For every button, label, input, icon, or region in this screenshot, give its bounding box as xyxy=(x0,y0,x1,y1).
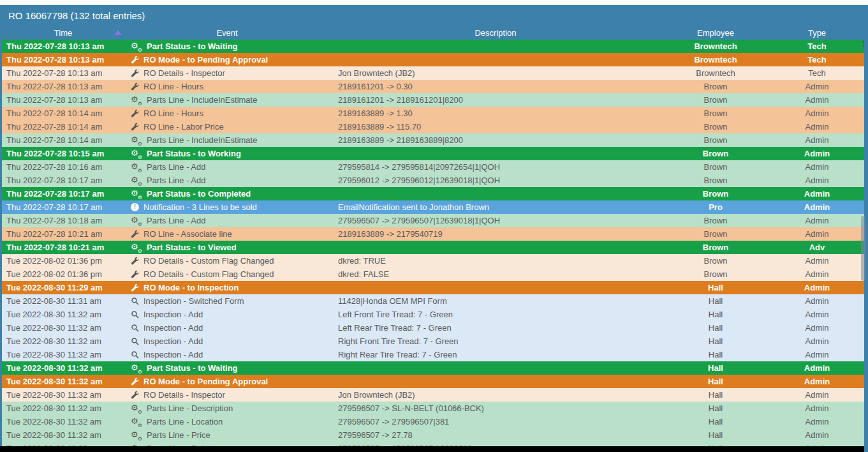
table-row: Thu 2022-07-28 10:13 am⚙⚙Parts Line - In… xyxy=(2,93,864,107)
type-cell: Admin xyxy=(770,202,864,212)
search-icon xyxy=(131,310,139,319)
description-cell: dkred: TRUE xyxy=(330,256,661,266)
time-cell: Tue 2022-08-30 11:32 am xyxy=(2,336,124,346)
table-row: Tue 2022-08-02 01:36 pmRO Details - Cust… xyxy=(2,267,864,281)
type-cell: Adv xyxy=(770,243,864,252)
table-row: Thu 2022-07-28 10:21 amRO Line - Associa… xyxy=(2,227,864,241)
cogs-icon: ⚙⚙ xyxy=(131,403,142,414)
employee-cell: Brown xyxy=(661,162,770,172)
description-cell: 2189163889 -> 1.30 xyxy=(330,109,661,118)
type-cell: Admin xyxy=(770,135,864,145)
description-cell: 2189163889 -> 115.70 xyxy=(330,122,661,132)
description-cell: 2189161201 -> 2189161201|8200 xyxy=(330,95,661,105)
type-cell: Admin xyxy=(770,377,864,386)
search-icon xyxy=(131,324,139,332)
type-cell: Admin xyxy=(770,162,864,172)
event-label: Inspection - Add xyxy=(143,310,203,319)
description-cell: Right Front Tire Tread: 7 - Green xyxy=(330,336,661,346)
scrollbar-thumb[interactable] xyxy=(861,216,865,281)
employee-cell: Brown xyxy=(661,135,770,145)
time-cell: Tue 2022-08-30 11:32 am xyxy=(2,350,124,359)
search-icon xyxy=(131,297,139,305)
time-cell: Thu 2022-07-28 10:17 am xyxy=(2,189,124,199)
event-label: RO Mode - to Pending Approval xyxy=(143,55,268,64)
cogs-icon: ⚙⚙ xyxy=(131,95,142,105)
event-cell: RO Mode - to Pending Approval xyxy=(124,55,330,64)
employee-cell: Hall xyxy=(661,283,770,292)
event-cell: RO Line - Labor Price xyxy=(124,122,330,132)
type-cell: Admin xyxy=(770,310,864,319)
description-cell: Jon Browntech (JB2) xyxy=(330,68,661,78)
event-label: Parts Line - IncludeInEstimate xyxy=(147,135,257,145)
table-row: Tue 2022-08-30 11:32 amInspection - AddR… xyxy=(2,348,864,361)
time-cell: Thu 2022-07-28 10:13 am xyxy=(2,82,124,91)
time-cell: Thu 2022-07-28 10:14 am xyxy=(2,122,124,132)
description-cell: 2189163889 -> 2179540719 xyxy=(330,229,661,239)
table-row: Thu 2022-07-28 10:13 am⚙⚙Part Status - t… xyxy=(2,40,864,53)
employee-cell: Hall xyxy=(661,363,770,373)
type-cell: Admin xyxy=(770,363,864,373)
time-cell: Tue 2022-08-30 11:32 am xyxy=(2,323,124,333)
type-cell: Admin xyxy=(770,122,864,132)
description-cell: Right Rear Tire Tread: 7 - Green xyxy=(330,350,661,359)
event-label: Part Status - to Waiting xyxy=(147,41,238,51)
sort-ascending-icon xyxy=(114,30,122,35)
description-cell: 279596507 -> 279596507|12639018|1|QOH xyxy=(330,216,661,225)
description-cell: 279596507 -> 279596507|381 xyxy=(330,417,661,426)
event-cell: ⚙⚙Parts Line - Add xyxy=(124,216,330,226)
event-cell: !Notification - 3 Lines to be sold xyxy=(124,202,330,212)
table-row: Thu 2022-07-28 10:14 amRO Line - Hours21… xyxy=(2,107,864,120)
table-row: Thu 2022-07-28 10:14 amRO Line - Labor P… xyxy=(2,120,864,133)
time-cell: Thu 2022-07-28 10:15 am xyxy=(2,149,124,158)
time-cell: Tue 2022-08-02 01:36 pm xyxy=(2,256,124,266)
search-icon xyxy=(131,350,139,359)
event-cell: ⚙⚙Parts Line - Add xyxy=(124,176,330,186)
column-header-description[interactable]: Description xyxy=(330,28,661,38)
event-cell: RO Details - Custom Flag Changed xyxy=(124,269,330,279)
event-label: Parts Line - IncludeInEstimate xyxy=(147,95,257,105)
column-header-employee[interactable]: Employee xyxy=(661,28,770,38)
event-label: RO Details - Inspector xyxy=(143,68,225,78)
type-cell: Admin xyxy=(770,430,864,440)
employee-cell: Brown xyxy=(661,149,770,158)
table-row: Thu 2022-07-28 10:13 amRO Details - Insp… xyxy=(2,66,864,80)
description-cell: 2189163889 -> 2189163889|8200 xyxy=(330,135,661,145)
table-row: Tue 2022-08-30 11:32 amInspection - AddR… xyxy=(2,335,864,348)
time-cell: Thu 2022-07-28 10:21 am xyxy=(2,229,124,239)
wrench-icon xyxy=(131,391,139,399)
table-row: Tue 2022-08-30 11:32 amRO Details - Insp… xyxy=(2,388,864,402)
wrench-icon xyxy=(131,283,139,292)
event-label: RO Details - Custom Flag Changed xyxy=(143,269,274,279)
employee-cell: Hall xyxy=(661,310,770,319)
employee-cell: Hall xyxy=(661,377,770,386)
cogs-icon: ⚙⚙ xyxy=(131,417,142,427)
wrench-icon xyxy=(131,82,139,91)
description-cell: 11428|Honda OEM MPI Form xyxy=(330,296,661,306)
description-cell: Left Front Tire Tread: 7 - Green xyxy=(330,310,661,319)
event-cell: ⚙⚙Parts Line - IncludeInEstimate xyxy=(124,135,330,146)
time-cell: Thu 2022-07-28 10:13 am xyxy=(2,55,124,64)
employee-cell: Brown xyxy=(661,189,770,199)
table-row: Thu 2022-07-28 10:13 amRO Line - Hours21… xyxy=(2,80,864,93)
event-cell: Inspection - Add xyxy=(124,336,330,346)
column-header-event[interactable]: Event xyxy=(124,28,330,38)
description-cell: 279596507 -> SL-N-BELT (01066-BCK) xyxy=(330,403,661,413)
description-cell: 279596507 -> 27.78 xyxy=(330,430,661,440)
time-cell: Tue 2022-08-30 11:32 am xyxy=(2,390,124,400)
type-cell: Admin xyxy=(770,417,864,426)
wrench-icon xyxy=(131,230,139,238)
table-row: Thu 2022-07-28 10:18 am⚙⚙Parts Line - Ad… xyxy=(2,214,864,227)
event-cell: ⚙⚙Part Status - to Working xyxy=(124,149,330,159)
type-cell: Admin xyxy=(770,229,864,239)
employee-cell: Hall xyxy=(661,350,770,359)
event-label: Part Status - to Working xyxy=(147,149,241,158)
column-header-type[interactable]: Type xyxy=(770,28,864,38)
type-cell: Admin xyxy=(770,95,864,105)
employee-cell: Brown xyxy=(661,122,770,132)
wrench-icon xyxy=(131,123,139,131)
column-header-time[interactable]: Time xyxy=(2,28,124,38)
event-cell: RO Details - Inspector xyxy=(124,68,330,78)
event-label: Inspection - Switched Form xyxy=(143,296,244,306)
table-row: Tue 2022-08-30 11:29 amRO Mode - to Insp… xyxy=(2,281,864,294)
scroll-up-arrow-icon[interactable]: ↑ xyxy=(861,37,867,50)
